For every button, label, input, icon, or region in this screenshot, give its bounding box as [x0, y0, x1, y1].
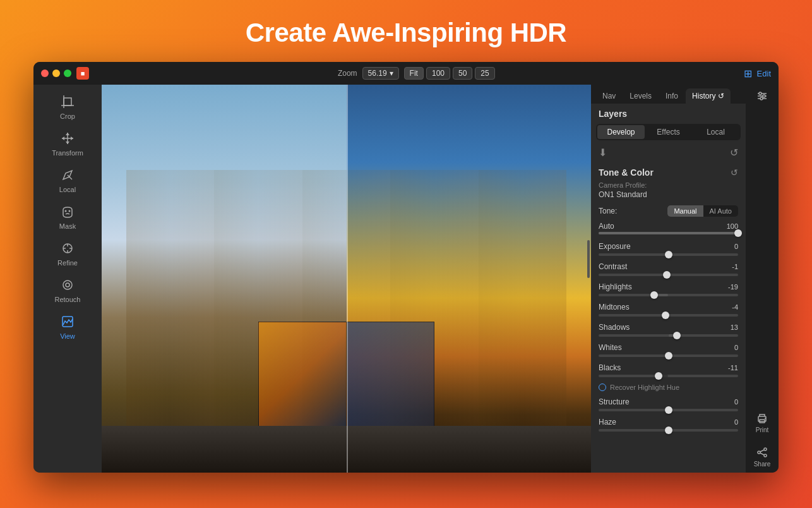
- refine-tool[interactable]: Refine: [39, 236, 96, 272]
- tab-history[interactable]: History ↺: [686, 88, 731, 104]
- structure-track[interactable]: [599, 409, 738, 411]
- retouch-icon: [61, 278, 75, 294]
- print-button[interactable]: Print: [756, 412, 769, 433]
- panel-content: Tone & Color ↺ Camera Profile: ON1 Stand…: [591, 162, 746, 473]
- structure-label: Structure: [599, 397, 630, 406]
- print-label: Print: [756, 426, 769, 433]
- ai-auto-tone-button[interactable]: AI Auto: [703, 205, 738, 217]
- structure-thumb[interactable]: [665, 406, 672, 414]
- zoom-50-button[interactable]: 50: [453, 67, 472, 80]
- titlebar-center: Zoom 56.19 ▾ Fit 100 50 25: [89, 67, 744, 80]
- svg-point-31: [764, 454, 767, 457]
- view-tool[interactable]: View: [39, 310, 96, 345]
- camera-profile-value: ON1 Standard: [599, 190, 738, 199]
- tab-levels[interactable]: Levels: [623, 88, 658, 104]
- blacks-value: -11: [720, 364, 738, 372]
- scrollbar-handle[interactable]: [587, 240, 590, 278]
- crop-tool[interactable]: Crop: [39, 90, 96, 125]
- layers-title: Layers: [599, 109, 627, 119]
- zoom-dropdown-icon: ▾: [390, 69, 393, 78]
- zoom-presets: Fit 100 50 25: [404, 67, 495, 80]
- svg-marker-5: [66, 133, 69, 135]
- contrast-track[interactable]: [599, 274, 738, 276]
- manual-tone-button[interactable]: Manual: [667, 205, 703, 217]
- mask-tool[interactable]: Mask: [39, 200, 96, 235]
- contrast-value: -1: [720, 263, 738, 270]
- midtones-thumb[interactable]: [662, 311, 669, 319]
- auto-fill: [599, 232, 738, 234]
- transform-tool[interactable]: Transform: [39, 126, 96, 162]
- haze-thumb[interactable]: [665, 426, 672, 434]
- auto-track[interactable]: [599, 232, 738, 234]
- download-icon[interactable]: ⬇: [599, 147, 607, 159]
- section-title: Tone & Color: [599, 167, 654, 178]
- contrast-thumb[interactable]: [663, 271, 671, 279]
- exposure-value: 0: [720, 243, 738, 250]
- tab-local[interactable]: Local: [692, 125, 739, 139]
- zoom-25-button[interactable]: 25: [475, 67, 494, 80]
- structure-slider-row: Structure 0: [599, 397, 738, 411]
- close-button[interactable]: [41, 70, 49, 77]
- print-icon: [756, 412, 768, 425]
- svg-point-10: [65, 210, 67, 212]
- share-icon: [756, 446, 768, 459]
- zoom-label: Zoom: [338, 69, 357, 78]
- exposure-thumb[interactable]: [665, 251, 672, 258]
- recover-toggle[interactable]: [599, 384, 606, 391]
- titlebar: ■ Zoom 56.19 ▾ Fit 100 50 25 ⊞ Edit: [33, 62, 779, 85]
- local-tool[interactable]: Local: [39, 163, 96, 198]
- shadows-thumb[interactable]: [673, 332, 681, 339]
- svg-point-24: [763, 95, 765, 97]
- svg-point-28: [765, 418, 766, 419]
- svg-marker-8: [71, 136, 73, 140]
- reset-panel-icon[interactable]: ↺: [730, 147, 738, 159]
- titlebar-right: ⊞ Edit: [744, 68, 771, 80]
- tab-effects[interactable]: Effects: [645, 125, 692, 139]
- share-button[interactable]: Share: [754, 446, 771, 468]
- maximize-button[interactable]: [64, 70, 71, 77]
- section-header: Tone & Color ↺: [599, 162, 738, 181]
- haze-value: 0: [720, 418, 738, 426]
- exposure-track[interactable]: [599, 253, 738, 256]
- tab-info[interactable]: Info: [659, 88, 684, 104]
- app-header: Create Awe-Inspiring HDR: [0, 0, 812, 62]
- minimize-button[interactable]: [52, 70, 60, 77]
- crop-label: Crop: [60, 112, 75, 120]
- blacks-header: Blacks -11: [599, 363, 738, 372]
- camera-profile-label: Camera Profile:: [599, 181, 738, 189]
- blacks-track[interactable]: [599, 375, 738, 377]
- haze-track[interactable]: [599, 429, 738, 432]
- edit-panel-icon[interactable]: ⊞: [744, 68, 752, 80]
- midtones-slider-row: Midtones -4: [599, 303, 738, 317]
- retouch-tool[interactable]: Retouch: [39, 273, 96, 308]
- svg-point-29: [764, 448, 767, 451]
- highlights-track[interactable]: [599, 294, 738, 296]
- tab-nav[interactable]: Nav: [596, 88, 622, 104]
- canvas-area[interactable]: [102, 85, 591, 473]
- tab-develop[interactable]: Develop: [597, 125, 645, 139]
- exposure-header: Exposure 0: [599, 242, 738, 251]
- auto-thumb[interactable]: [734, 229, 742, 237]
- history-icon: ↺: [718, 92, 724, 100]
- zoom-fit-button[interactable]: Fit: [404, 67, 424, 80]
- edit-label[interactable]: Edit: [757, 69, 771, 78]
- section-reset-icon[interactable]: ↺: [731, 167, 738, 178]
- whites-thumb[interactable]: [665, 352, 672, 360]
- transform-label: Transform: [52, 149, 83, 157]
- share-label: Share: [754, 461, 771, 468]
- highlights-thumb[interactable]: [650, 291, 658, 299]
- history-label: History: [692, 92, 715, 100]
- whites-track[interactable]: [599, 354, 738, 357]
- tone-label: Tone:: [599, 207, 617, 215]
- shadows-header: Shadows 13: [599, 323, 738, 332]
- shadows-track[interactable]: [599, 334, 738, 337]
- zoom-number: 56.19: [368, 69, 387, 78]
- shadows-value: 13: [720, 324, 738, 331]
- retouch-label: Retouch: [55, 296, 81, 303]
- blacks-thumb[interactable]: [655, 372, 662, 380]
- highlights-slider-row: Highlights -19: [599, 282, 738, 296]
- zoom-value-display[interactable]: 56.19 ▾: [362, 67, 399, 80]
- adjustments-button[interactable]: [756, 90, 768, 102]
- zoom-100-button[interactable]: 100: [426, 67, 450, 80]
- midtones-track[interactable]: [599, 314, 738, 317]
